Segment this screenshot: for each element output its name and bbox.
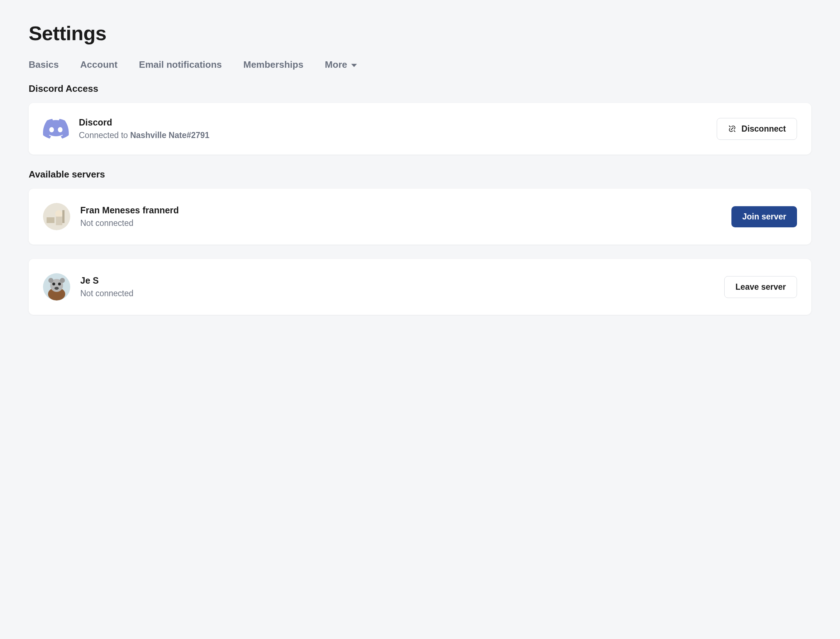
svg-rect-3	[47, 217, 54, 223]
chevron-down-icon	[351, 59, 357, 70]
server-name: Fran Meneses frannerd	[80, 205, 721, 216]
tab-more-label: More	[325, 59, 347, 70]
svg-line-1	[734, 130, 735, 132]
join-server-button[interactable]: Join server	[731, 206, 797, 227]
tab-basics[interactable]: Basics	[29, 59, 59, 70]
server-status: Not connected	[80, 218, 721, 228]
settings-tabs: Basics Account Email notifications Membe…	[29, 59, 811, 70]
server-name: Je S	[80, 275, 714, 286]
svg-rect-5	[56, 216, 62, 225]
disconnect-button[interactable]: Disconnect	[717, 118, 797, 140]
server-card: Fran Meneses frannerd Not connected Join…	[29, 189, 811, 245]
discord-icon	[43, 119, 69, 139]
tab-more[interactable]: More	[325, 59, 357, 70]
server-status: Not connected	[80, 289, 714, 298]
svg-point-10	[52, 283, 55, 285]
connected-prefix: Connected to	[79, 130, 130, 140]
discord-connection-card: Discord Connected to Nashville Nate#2791…	[29, 103, 811, 154]
server-card: Je S Not connected Leave server	[29, 259, 811, 315]
tab-account[interactable]: Account	[80, 59, 117, 70]
tab-memberships[interactable]: Memberships	[243, 59, 304, 70]
svg-rect-6	[62, 210, 65, 223]
page-title: Settings	[29, 22, 811, 45]
disconnect-button-label: Disconnect	[742, 124, 786, 134]
discord-connection-status: Connected to Nashville Nate#2791	[79, 130, 707, 140]
svg-point-13	[48, 278, 53, 283]
server-avatar	[43, 203, 70, 230]
svg-point-4	[55, 210, 62, 217]
section-title-discord-access: Discord Access	[29, 83, 811, 94]
leave-server-button[interactable]: Leave server	[724, 276, 797, 298]
connected-username: Nashville Nate#2791	[130, 130, 209, 140]
svg-point-12	[54, 287, 59, 290]
svg-line-0	[729, 126, 730, 127]
svg-point-14	[60, 278, 65, 283]
discord-provider-name: Discord	[79, 117, 707, 128]
svg-point-11	[58, 283, 61, 285]
unlink-icon	[728, 124, 737, 133]
tab-email-notifications[interactable]: Email notifications	[139, 59, 222, 70]
section-title-available-servers: Available servers	[29, 169, 811, 180]
server-avatar	[43, 273, 70, 300]
